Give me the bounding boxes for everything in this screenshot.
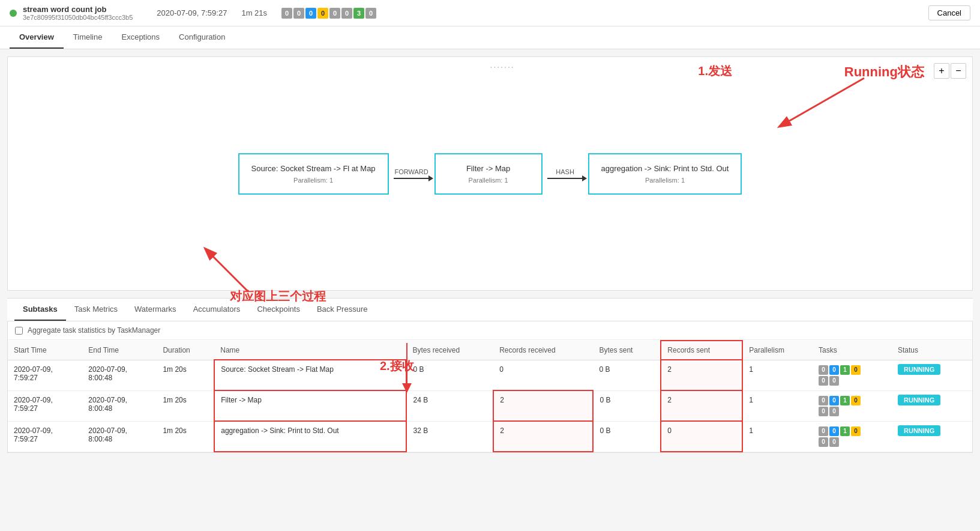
task-badge: 0 — [829, 437, 839, 447]
flow-node-source[interactable]: Source: Socket Stream -> Fl at Map Paral… — [238, 153, 389, 195]
job-title: stream word count job — [23, 5, 133, 14]
row3-task-badges: 0 0 1 0 0 0 — [819, 426, 861, 447]
col-records-sent: Records sent — [661, 341, 742, 360]
col-tasks: Tasks — [813, 341, 892, 360]
graph-area: + − Source: Socket Stream -> Fl at Map P… — [7, 56, 973, 291]
row3-records-sent: 0 — [661, 421, 742, 452]
tab-task-metrics[interactable]: Task Metrics — [66, 299, 126, 321]
row1-status: RUNNING — [892, 360, 972, 390]
cancel-button[interactable]: Cancel — [928, 5, 970, 20]
arrow-hash-shaft — [547, 178, 583, 179]
task-badge: 0 — [829, 426, 839, 436]
flow-arrow-forward: FORWARD — [389, 168, 434, 179]
header-row: Start Time End Time Duration Name Bytes … — [8, 341, 972, 360]
node-aggregation-parallelism: Parallelism: 1 — [601, 177, 729, 184]
row3-parallelism: 1 — [742, 421, 813, 452]
col-bytes-received: Bytes received — [406, 341, 493, 360]
row2-records-received: 2 — [493, 390, 593, 421]
col-status: Status — [892, 341, 972, 360]
row2-start-time: 2020-07-09,7:59:27 — [8, 390, 82, 421]
tab-timeline[interactable]: Timeline — [64, 26, 112, 49]
badge-0: 0 — [281, 8, 292, 19]
task-badge: 0 — [819, 396, 828, 405]
node-filter-name: Filter -> Map — [448, 164, 529, 173]
task-badge: 0 — [819, 407, 828, 416]
row3-name: aggregation -> Sink: Print to Std. Out — [214, 421, 406, 452]
nav-tabs: Overview Timeline Exceptions Configurati… — [0, 26, 980, 49]
flow-node-filter[interactable]: Filter -> Map Parallelism: 1 — [434, 153, 543, 195]
tab-configuration[interactable]: Configuration — [169, 26, 235, 49]
tab-exceptions[interactable]: Exceptions — [112, 26, 169, 49]
status-badge: RUNNING — [898, 364, 940, 375]
row3-duration: 1m 20s — [157, 421, 214, 452]
task-badge: 0 — [829, 396, 839, 405]
row1-bytes-received: 0 B — [406, 360, 493, 390]
row3-bytes-received: 32 B — [406, 421, 493, 452]
zoom-in-button[interactable]: + — [934, 63, 949, 79]
job-info: stream word count job 3e7c80995f31050db0… — [10, 5, 133, 21]
table-header: Start Time End Time Duration Name Bytes … — [8, 341, 972, 360]
flow-diagram: Source: Socket Stream -> Fl at Map Paral… — [8, 57, 972, 290]
row1-start-time: 2020-07-09,7:59:27 — [8, 360, 82, 390]
arrow-forward-line — [394, 178, 430, 179]
tab-subtasks[interactable]: Subtasks — [14, 299, 66, 321]
badge-1: 0 — [293, 8, 304, 19]
col-parallelism: Parallelism — [742, 341, 813, 360]
row3-start-time: 2020-07-09,7:59:27 — [8, 421, 82, 452]
arrow-forward-shaft — [394, 178, 430, 179]
subtask-tabs: Subtasks Task Metrics Watermarks Accumul… — [7, 298, 973, 321]
row1-records-sent: 2 — [661, 360, 742, 390]
node-source-name: Source: Socket Stream -> Fl at Map — [251, 164, 376, 173]
task-badge: 1 — [840, 365, 850, 375]
col-bytes-sent: Bytes sent — [593, 341, 661, 360]
job-title-group: stream word count job 3e7c80995f31050db0… — [23, 5, 133, 21]
task-badge: 0 — [851, 426, 861, 436]
row2-bytes-sent: 0 B — [593, 390, 661, 421]
aggregate-row: Aggregate task statistics by TaskManager — [8, 321, 972, 340]
job-datetime: 2020-07-09, 7:59:27 — [157, 8, 227, 17]
row1-task-badges: 0 0 1 0 0 0 — [819, 365, 861, 386]
badge-2: 0 — [305, 8, 316, 19]
task-badge: 0 — [851, 365, 861, 375]
task-badge: 0 — [829, 407, 839, 416]
tab-overview[interactable]: Overview — [10, 26, 64, 49]
node-filter-parallelism: Parallelism: 1 — [448, 177, 529, 184]
col-name: Name — [214, 341, 406, 360]
table-row: 2020-07-09,7:59:27 2020-07-09,8:00:48 1m… — [8, 360, 972, 390]
row3-bytes-sent: 0 B — [593, 421, 661, 452]
row1-name: Source: Socket Stream -> Flat Map — [214, 360, 406, 390]
task-badge: 0 — [819, 437, 828, 447]
table-body: 2020-07-09,7:59:27 2020-07-09,8:00:48 1m… — [8, 360, 972, 452]
task-badge: 0 — [819, 426, 828, 436]
col-records-received: Records received — [493, 341, 593, 360]
zoom-out-button[interactable]: − — [951, 63, 966, 79]
arrow-forward-label: FORWARD — [394, 168, 428, 175]
job-status-dot — [10, 10, 17, 17]
row2-duration: 1m 20s — [157, 390, 214, 421]
tab-checkpoints[interactable]: Checkpoints — [248, 299, 308, 321]
row2-task-badges: 0 0 1 0 0 0 — [819, 396, 861, 416]
col-end-time: End Time — [82, 341, 157, 360]
tab-back-pressure[interactable]: Back Pressure — [308, 299, 376, 321]
task-badge: 1 — [840, 426, 850, 436]
row1-duration: 1m 20s — [157, 360, 214, 390]
table-row: 2020-07-09,7:59:27 2020-07-09,8:00:48 1m… — [8, 421, 972, 452]
flow-arrow-hash: HASH — [543, 168, 588, 179]
task-badge: 0 — [829, 365, 839, 375]
status-badge: RUNNING — [898, 425, 940, 436]
header-meta: 2020-07-09, 7:59:27 1m 21s 0 0 0 0 0 0 3… — [157, 8, 376, 19]
badge-6: 3 — [353, 8, 364, 19]
tab-watermarks[interactable]: Watermarks — [126, 299, 185, 321]
row1-tasks: 0 0 1 0 0 0 — [813, 360, 892, 390]
row2-name: Filter -> Map — [214, 390, 406, 421]
data-table: Start Time End Time Duration Name Bytes … — [8, 340, 972, 452]
aggregate-checkbox[interactable] — [15, 327, 23, 335]
row1-end-time: 2020-07-09,8:00:48 — [82, 360, 157, 390]
flow-node-aggregation[interactable]: aggregation -> Sink: Print to Std. Out P… — [588, 153, 742, 195]
col-duration: Duration — [157, 341, 214, 360]
tab-accumulators[interactable]: Accumulators — [185, 299, 249, 321]
row2-status: RUNNING — [892, 390, 972, 421]
row2-end-time: 2020-07-09,8:00:48 — [82, 390, 157, 421]
header: stream word count job 3e7c80995f31050db0… — [0, 0, 980, 26]
row1-bytes-sent: 0 B — [593, 360, 661, 390]
